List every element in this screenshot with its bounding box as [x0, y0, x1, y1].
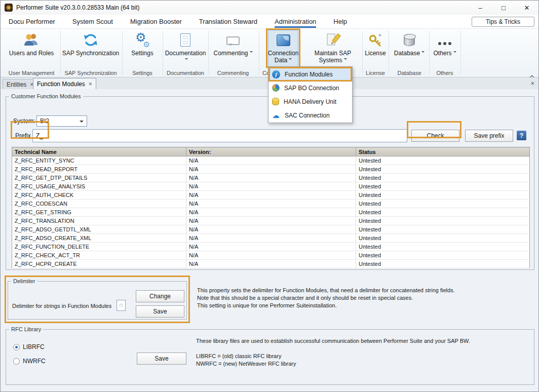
- librfc-radio-option[interactable]: LIBRFC: [13, 343, 45, 350]
- table-row[interactable]: Z_RFC_CHECK_ACT_TRN/AUntested: [12, 251, 530, 260]
- gears-icon: [134, 32, 150, 48]
- table-row[interactable]: Z_RFC_CODESCANN/AUntested: [12, 200, 530, 208]
- highlight-delimiter-section: Delimiter Delimiter for strings in Funct…: [5, 276, 190, 323]
- ribbon-connection-data-button[interactable]: Connection Data: [268, 30, 298, 68]
- tips-and-tricks-button[interactable]: Tips & Tricks: [472, 17, 534, 27]
- ribbon-license-button[interactable]: License: [363, 30, 388, 68]
- librfc-legend-line: LIBRFC = (old) classic RFC library: [196, 352, 296, 360]
- titlebar: Performer Suite v20.3.0.0.28533 Main (64…: [1, 1, 538, 15]
- menu-item-sac-connection[interactable]: SAC Connection: [269, 108, 352, 122]
- system-select[interactable]: BI2: [36, 115, 87, 127]
- technical-name-cell: Z_RFC_FUNCTION_DELETE: [12, 243, 186, 251]
- check-button[interactable]: Check: [411, 130, 459, 142]
- ribbon-settings-button[interactable]: Settings: [123, 30, 162, 68]
- nwrfc-legend-line: NWRFC = (new) NetWeaver RFC library: [196, 360, 296, 368]
- table-row[interactable]: Z_RFC_ADSO_CREATE_XMLN/AUntested: [12, 234, 530, 243]
- menu-system-scout[interactable]: System Scout: [72, 15, 113, 29]
- menu-help[interactable]: Help: [333, 15, 347, 29]
- menu-item-function-modules[interactable]: Function Modules: [269, 67, 352, 81]
- save-prefix-button[interactable]: Save prefix: [465, 130, 513, 142]
- app-window: Performer Suite v20.3.0.0.28533 Main (64…: [0, 0, 539, 392]
- ribbon-button-label: Documentation: [165, 50, 206, 57]
- group-label-commenting: Commenting: [209, 70, 257, 77]
- technical-name-cell: Z_RFC_GET_DTP_DETAILS: [12, 174, 186, 182]
- ribbon-sap-synchronization-button[interactable]: SAP Synchronization: [60, 30, 121, 68]
- database-icon: [401, 32, 417, 48]
- system-selected-value: BI2: [40, 117, 49, 125]
- version-cell: N/A: [186, 174, 356, 182]
- menu-docu-performer[interactable]: Docu Performer: [9, 15, 55, 29]
- ribbon-separator: [122, 31, 123, 74]
- menu-administration[interactable]: Administration: [275, 15, 316, 29]
- ellipsis-icon: [437, 32, 453, 48]
- table-row[interactable]: Z_RFC_ENTITY_SYNCN/AUntested: [12, 156, 530, 165]
- collapse-ribbon-chevron-icon[interactable]: [529, 71, 534, 75]
- column-header-technical-name[interactable]: Technical Name: [12, 147, 186, 156]
- radio-unselected-icon[interactable]: [13, 358, 20, 365]
- ribbon-others-button[interactable]: Others: [430, 30, 459, 68]
- maximize-button[interactable]: □: [492, 1, 515, 15]
- rfc-library-groupbox: RFC Library LIBRFC NWRFC Save These libr…: [6, 326, 534, 385]
- ribbon-database-button[interactable]: Database: [391, 30, 428, 68]
- status-cell: Untested: [356, 174, 530, 182]
- tab-close-icon[interactable]: ×: [89, 81, 92, 88]
- ribbon-commenting-button[interactable]: Commenting: [209, 30, 257, 68]
- table-row[interactable]: Z_RFC_GET_DTP_DETAILSN/AUntested: [12, 174, 530, 182]
- ribbon-separator: [389, 31, 389, 74]
- function-modules-icon: [272, 70, 280, 79]
- delimiter-value-box[interactable]: □: [117, 300, 126, 311]
- save-delimiter-button[interactable]: Save: [136, 305, 184, 318]
- help-icon[interactable]: ?: [517, 131, 526, 140]
- speech-bubble-icon: [225, 32, 241, 48]
- change-delimiter-button[interactable]: Change: [136, 290, 184, 302]
- save-rfc-library-button[interactable]: Save: [137, 352, 186, 365]
- status-cell: Untested: [356, 243, 530, 251]
- table-row[interactable]: Z_RFC_READ_REPORTN/AUntested: [12, 165, 530, 174]
- table-row[interactable]: Z_RFC_ADSO_GETDTL_XMLN/AUntested: [12, 225, 530, 234]
- version-cell: N/A: [186, 234, 356, 243]
- ribbon-separator: [362, 31, 363, 74]
- ribbon-maintain-sap-systems-button[interactable]: Maintain SAP Systems: [304, 30, 361, 68]
- menu-item-sap-bo-connection[interactable]: SAP BO Connection: [269, 81, 352, 95]
- group-label-license: License: [357, 70, 394, 77]
- ribbon-separator: [259, 31, 259, 74]
- technical-name-cell: Z_RFC_ADSO_CREATE_XML: [12, 234, 186, 243]
- minimize-button[interactable]: –: [469, 1, 492, 15]
- status-cell: Untested: [356, 217, 530, 225]
- menu-migration-booster[interactable]: Migration Booster: [130, 15, 182, 29]
- table-row[interactable]: Z_RFC_USAGE_ANALYSISN/AUntested: [12, 182, 530, 191]
- groupbox-legend: RFC Library: [9, 326, 43, 332]
- column-header-version[interactable]: Version:: [186, 147, 356, 156]
- radio-selected-icon[interactable]: [13, 344, 20, 350]
- sync-icon: [83, 32, 99, 48]
- table-row[interactable]: Z_RFC_HCPR_CREATEN/AUntested: [12, 260, 530, 268]
- status-cell: Untested: [356, 156, 530, 165]
- technical-name-cell: Z_RFC_ADSO_GETDTL_XML: [12, 225, 186, 234]
- menu-translation-steward[interactable]: Translation Steward: [199, 15, 257, 29]
- chevron-down-icon: [250, 51, 253, 54]
- menu-item-hana-delivery-unit[interactable]: HANA Delivery Unit: [269, 95, 352, 108]
- table-header-row: Technical Name Version: Status: [12, 147, 530, 156]
- column-header-status[interactable]: Status: [356, 147, 530, 156]
- panel-close-icon[interactable]: ×: [530, 80, 534, 87]
- ribbon-documentation-button[interactable]: Documentation: [164, 30, 207, 68]
- ribbon-separator: [429, 31, 430, 74]
- chevron-down-icon: [421, 51, 425, 54]
- version-cell: N/A: [186, 182, 356, 191]
- prefix-input[interactable]: [32, 129, 407, 142]
- version-cell: N/A: [186, 165, 356, 174]
- tab-entities[interactable]: Entities ×: [3, 79, 37, 89]
- table-row[interactable]: Z_RFC_TRANSLATIONN/AUntested: [12, 217, 530, 225]
- table-row[interactable]: Z_RFC_FUNCTION_DELETEN/AUntested: [12, 243, 530, 251]
- ribbon-users-and-roles-button[interactable]: Users and Roles: [5, 30, 58, 68]
- connection-data-icon: [275, 32, 291, 48]
- delimiter-description: This property sets the delimiter for Fun…: [197, 287, 455, 309]
- connection-data-dropdown-menu: Function Modules SAP BO Connection HANA …: [268, 66, 353, 123]
- nwrfc-radio-option[interactable]: NWRFC: [13, 358, 46, 365]
- app-icon: [5, 4, 13, 12]
- table-row[interactable]: Z_RFC_AUTH_CHECKN/AUntested: [12, 191, 530, 200]
- tab-function-modules[interactable]: Function Modules ×: [33, 78, 96, 89]
- close-button[interactable]: ✕: [515, 1, 538, 15]
- technical-name-cell: Z_RFC_AUTH_CHECK: [12, 191, 186, 200]
- table-row[interactable]: Z_RFC_GET_STRINGN/AUntested: [12, 208, 530, 217]
